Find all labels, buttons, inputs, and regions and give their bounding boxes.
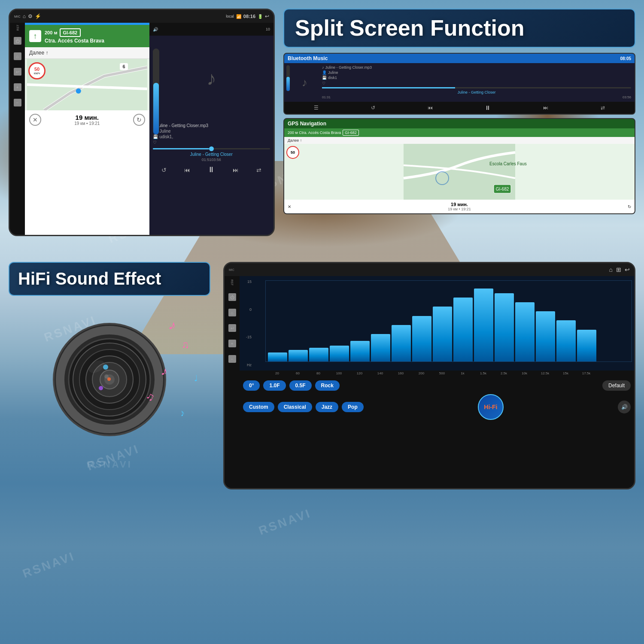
music-time-row: 01:51 03:56 — [198, 158, 225, 162]
feature-title-box: Split Screen Function — [283, 9, 635, 48]
eq-chart-area: 15 0 -15 Hz — [240, 276, 634, 371]
bt-repeat-icon[interactable]: ↺ — [371, 105, 375, 111]
eq-back-sidebar[interactable]: ↩ — [228, 324, 236, 332]
eq-apps-icon[interactable]: ⊞ — [616, 266, 621, 273]
eq-bar-12 — [515, 302, 535, 361]
gps-reroute-btn[interactable]: ↻ — [628, 204, 631, 209]
home-sidebar-icon[interactable]: ⌂ — [14, 52, 21, 60]
main-device: MIC ⌂ ⚙ ⚡ local 📶 08:16 🔋 ↩ RST ⏻ ⌂ ↩ + … — [9, 9, 275, 236]
bt-music-time: 08:05 — [620, 56, 631, 61]
shuffle-btn[interactable]: ⇄ — [256, 167, 261, 173]
rst-label: RST — [16, 25, 19, 31]
music-main-area: ♪ — [149, 36, 274, 122]
eq-bar-7 — [412, 316, 431, 361]
bt-music-header: Bluetooth Music 08:05 — [284, 54, 635, 63]
bt-pause-icon[interactable]: ⏸ — [485, 104, 491, 111]
power-icon[interactable]: ⏻ — [14, 37, 21, 45]
music-note-icon: ♪ — [207, 67, 216, 90]
minus-icon[interactable]: − — [14, 99, 21, 106]
back-sidebar-icon[interactable]: ↩ — [14, 68, 21, 76]
eq-back-icon[interactable]: ⌂ — [609, 266, 613, 273]
bluetooth-icon: ⚡ — [35, 13, 41, 19]
music-progress-dot — [209, 146, 214, 151]
gps-close-btn[interactable]: ✕ — [288, 204, 291, 209]
svg-text:GI-682: GI-682 — [496, 187, 509, 191]
eq-x-label-5: 140 — [371, 371, 390, 375]
volume-slider[interactable] — [153, 49, 159, 134]
note-6: ♪ — [179, 407, 186, 419]
bt-list-icon[interactable]: ☰ — [314, 105, 319, 111]
eq-volume-icon[interactable]: 🔊 — [618, 401, 631, 413]
battery-icon: 🔋 — [258, 14, 263, 19]
preset-1f-btn[interactable]: 1.0F — [263, 380, 286, 391]
music-panel: 🔊 10 ♪ ♪ Juline - Getting Closer.mp3 — [149, 23, 274, 235]
device-top-bar: MIC ⌂ ⚙ ⚡ local 📶 08:16 🔋 ↩ — [10, 10, 273, 23]
preset-jazz-btn[interactable]: Jazz — [316, 402, 338, 412]
eq-bar-10 — [474, 289, 493, 361]
plus-icon[interactable]: + — [14, 83, 21, 91]
preset-classical-btn[interactable]: Classical — [278, 402, 312, 412]
eq-home-sidebar[interactable]: ⌂ — [228, 309, 236, 316]
bt-heart: ♡ — [322, 81, 631, 85]
current-speed: 6 — [120, 63, 128, 70]
back-icon[interactable]: ↩ — [265, 13, 269, 19]
bt-total-time: 03:56 — [623, 95, 631, 99]
eq-bar-6 — [392, 325, 411, 361]
preset-default-btn[interactable]: Default — [602, 380, 631, 391]
music-progress-bar[interactable] — [153, 148, 270, 149]
source-icon: 💾 — [153, 134, 158, 139]
eq-x-label-2: 80 — [309, 371, 328, 375]
next-btn[interactable]: ⏭ — [233, 167, 239, 173]
nav-route-header: ↑ 200 м GI-682 Ctra. Accés Costa Brava — [25, 25, 149, 47]
gps-speed-badge: 50 — [286, 146, 299, 159]
bt-source: disk1 — [328, 76, 337, 80]
eq-inner: RST ⏻ ⌂ ↩ + − 15 0 -15 Hz — [225, 276, 634, 489]
settings-icon[interactable]: ⚙ — [28, 13, 33, 19]
hifi-logo: Hi-Fi — [478, 394, 504, 420]
speed-badge: 50 км/ч — [28, 62, 46, 79]
preset-pop-btn[interactable]: Pop — [342, 402, 364, 412]
speaker-area: ♪ ♫ ♪ ♩ ♫ ♪ — [9, 304, 210, 455]
gps-map-area: Escola Carles Faus GI-682 50 — [284, 144, 635, 200]
play-pause-btn[interactable]: ⏸ — [207, 165, 215, 174]
preset-0-btn[interactable]: 0° — [243, 380, 260, 391]
gps-map-svg: Escola Carles Faus GI-682 — [284, 144, 635, 200]
preset-rock-btn[interactable]: Rock — [315, 380, 340, 391]
eq-x-axis: 2060801001201401602005001k1.5k2.5k10k12.… — [265, 371, 634, 376]
preset-custom-btn[interactable]: Custom — [243, 402, 274, 412]
eq-plus-sidebar[interactable]: + — [228, 340, 236, 347]
gps-title: GPS Navigation — [288, 121, 326, 127]
bt-track-row: ♪ Juline - Getting Closer.mp3 — [322, 65, 631, 70]
nav-distance: 200 м — [45, 30, 58, 35]
eq-minus-sidebar[interactable]: − — [228, 355, 236, 363]
nav-close-btn[interactable]: ✕ — [29, 114, 41, 126]
eq-sidebar: RST ⏻ ⌂ ↩ + − — [225, 276, 240, 489]
eq-x-label-11: 2.5k — [494, 371, 513, 375]
bt-artist-row: 👤 Juline — [322, 70, 631, 75]
home-icon[interactable]: ⌂ — [23, 13, 26, 19]
eq-bar-14 — [556, 320, 576, 361]
eq-mic-label: MIC — [229, 268, 234, 271]
speed-unit: км/ч — [34, 72, 40, 75]
bt-prev-icon[interactable]: ⏮ — [428, 105, 433, 111]
prev-btn[interactable]: ⏮ — [184, 167, 190, 173]
eq-home-icon[interactable]: ↩ — [625, 266, 630, 273]
eq-bar-11 — [495, 293, 514, 361]
gps-mini-screen: GPS Navigation 200 м Ctra. Accés Costa B… — [283, 118, 635, 214]
reroute-btn[interactable]: ↻ — [133, 114, 145, 126]
bt-music-mini-screen: Bluetooth Music 08:05 ♪ ♪ Juline - Getti… — [283, 53, 635, 115]
eq-power-icon[interactable]: ⏻ — [228, 293, 236, 301]
heart-icon[interactable]: ♡ — [153, 140, 157, 145]
location-label: local — [226, 14, 234, 18]
bt-shuffle-icon[interactable]: ⇄ — [601, 105, 605, 111]
preset-05f-btn[interactable]: 0.5F — [289, 380, 312, 391]
bt-next-icon[interactable]: ⏭ — [543, 105, 548, 111]
repeat-btn[interactable]: ↺ — [161, 167, 167, 173]
speed-limit: 50 — [34, 67, 39, 72]
signal-icon: 📶 — [236, 14, 241, 19]
eq-x-label-6: 160 — [391, 371, 410, 375]
split-demos: Bluetooth Music 08:05 ♪ ♪ Juline - Getti… — [283, 53, 635, 214]
eq-y-hz: Hz — [240, 363, 252, 367]
nav-map-area: 50 км/ч 6 — [25, 59, 149, 110]
eq-x-label-8: 500 — [432, 371, 452, 375]
